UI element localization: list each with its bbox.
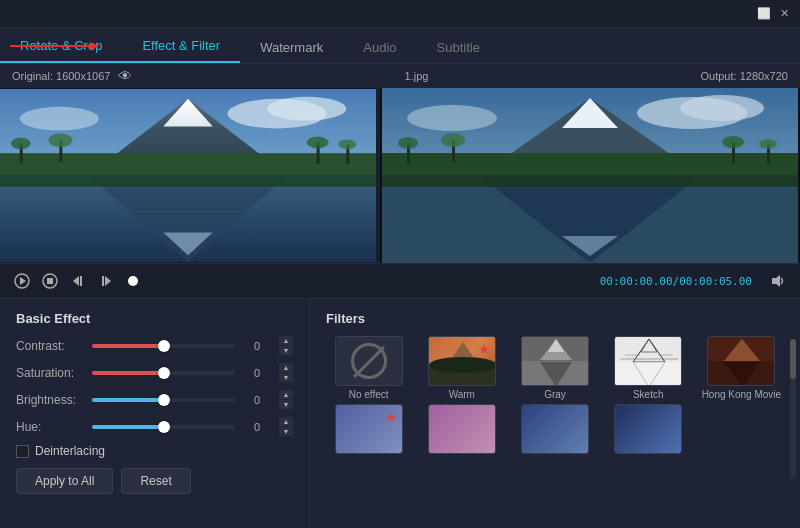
filter-hkm[interactable]: Hong Kong Movie	[699, 336, 784, 400]
hue-label: Hue:	[16, 420, 84, 434]
svg-marker-53	[772, 275, 780, 287]
saturation-spinners: ▲ ▼	[279, 363, 293, 382]
hue-value: 0	[243, 421, 271, 433]
right-filters: Filters No effect	[310, 299, 800, 528]
filter-thumb-row2a: ★	[335, 404, 403, 454]
svg-point-32	[398, 137, 418, 149]
close-button[interactable]: ✕	[776, 6, 792, 22]
filter-sketch[interactable]: Sketch	[606, 336, 691, 400]
svg-point-38	[759, 139, 777, 149]
filter-row2a[interactable]: ★	[326, 404, 411, 457]
svg-point-27	[407, 105, 497, 131]
contrast-slider[interactable]	[92, 344, 235, 348]
deinterlacing-row: Deinterlacing	[16, 444, 293, 458]
brightness-spinners: ▲ ▼	[279, 390, 293, 409]
hue-thumb[interactable]	[158, 421, 170, 433]
eye-icon[interactable]: 👁	[118, 68, 132, 84]
volume-icon[interactable]	[768, 271, 788, 291]
progress-dot[interactable]	[128, 276, 138, 286]
filter-thumb-gray	[521, 336, 589, 386]
hue-spinners: ▲ ▼	[279, 417, 293, 436]
hue-down[interactable]: ▼	[279, 427, 293, 436]
filter-thumb-no-effect	[335, 336, 403, 386]
tab-effect-filter[interactable]: Effect & Filter	[122, 30, 240, 63]
svg-rect-67	[615, 362, 682, 386]
filter-thumb-row2b	[428, 404, 496, 454]
brightness-slider[interactable]	[92, 398, 235, 402]
hue-up[interactable]: ▲	[279, 417, 293, 426]
saturation-row: Saturation: 0 ▲ ▼	[16, 363, 293, 382]
deinterlacing-label: Deinterlacing	[35, 444, 105, 458]
minimize-button[interactable]: ⬜	[756, 6, 772, 22]
saturation-slider[interactable]	[92, 371, 235, 375]
contrast-value: 0	[243, 340, 271, 352]
saturation-down[interactable]: ▼	[279, 373, 293, 382]
apply-to-all-button[interactable]: Apply to All	[16, 468, 113, 494]
brightness-down[interactable]: ▼	[279, 400, 293, 409]
filter-label-sketch: Sketch	[633, 389, 664, 400]
filter-row2c[interactable]	[512, 404, 597, 457]
tab-subtitle[interactable]: Subtitle	[417, 32, 500, 63]
brightness-value: 0	[243, 394, 271, 406]
filters-grid: No effect ★ Warm	[326, 336, 784, 457]
contrast-down[interactable]: ▼	[279, 346, 293, 355]
red-arrow	[10, 38, 100, 54]
svg-point-16	[338, 139, 356, 149]
filter-no-effect[interactable]: No effect	[326, 336, 411, 400]
filter-warm[interactable]: ★ Warm	[419, 336, 504, 400]
warm-star: ★	[478, 341, 491, 357]
brightness-up[interactable]: ▲	[279, 390, 293, 399]
filter-thumb-row2d	[614, 404, 682, 454]
svg-rect-23	[0, 175, 376, 187]
svg-rect-44	[382, 175, 798, 187]
hue-row: Hue: 0 ▲ ▼	[16, 417, 293, 436]
action-buttons: Apply to All Reset	[16, 468, 293, 494]
filter-gray[interactable]: Gray	[512, 336, 597, 400]
play-button[interactable]	[12, 271, 32, 291]
filter-label-no-effect: No effect	[349, 389, 389, 400]
saturation-up[interactable]: ▲	[279, 363, 293, 372]
bottom-panel: Basic Effect Contrast: 0 ▲ ▼ Saturation:…	[0, 299, 800, 528]
filter-row2d[interactable]	[606, 404, 691, 457]
scroll-thumb[interactable]	[790, 339, 796, 379]
brightness-thumb[interactable]	[158, 394, 170, 406]
prev-frame-button[interactable]	[68, 271, 88, 291]
svg-point-57	[429, 357, 496, 373]
svg-rect-48	[47, 278, 53, 284]
title-bar: ⬜ ✕	[0, 0, 800, 28]
preview-output	[380, 88, 800, 263]
preview-original	[0, 88, 380, 263]
brightness-row: Brightness: 0 ▲ ▼	[16, 390, 293, 409]
next-frame-button[interactable]	[96, 271, 116, 291]
saturation-thumb[interactable]	[158, 367, 170, 379]
filter-thumb-row2c	[521, 404, 589, 454]
filter-thumb-sketch	[614, 336, 682, 386]
output-resolution: Output: 1280x720	[701, 70, 788, 82]
reset-button[interactable]: Reset	[121, 468, 190, 494]
svg-point-34	[441, 133, 465, 147]
deinterlacing-checkbox[interactable]	[16, 445, 29, 458]
original-image	[0, 88, 376, 263]
tab-audio[interactable]: Audio	[343, 32, 416, 63]
svg-point-36	[722, 136, 744, 148]
contrast-spinners: ▲ ▼	[279, 336, 293, 355]
basic-effect-title: Basic Effect	[16, 311, 293, 326]
stop-button[interactable]	[40, 271, 60, 291]
filter-label-gray: Gray	[544, 389, 566, 400]
tab-watermark[interactable]: Watermark	[240, 32, 343, 63]
scrollbar[interactable]	[790, 339, 796, 479]
filters-title: Filters	[326, 311, 784, 326]
contrast-up[interactable]: ▲	[279, 336, 293, 345]
svg-rect-52	[102, 276, 104, 286]
brightness-label: Brightness:	[16, 393, 84, 407]
original-resolution: Original: 1600x1067	[12, 70, 110, 82]
time-display: 00:00:00.00/00:00:05.00	[600, 275, 752, 288]
svg-point-10	[11, 137, 31, 149]
hue-slider[interactable]	[92, 425, 235, 429]
left-controls: Basic Effect Contrast: 0 ▲ ▼ Saturation:…	[0, 299, 310, 528]
preview-area	[0, 88, 800, 263]
filter-row2b[interactable]	[419, 404, 504, 457]
contrast-thumb[interactable]	[158, 340, 170, 352]
svg-rect-30	[382, 153, 798, 175]
svg-point-5	[20, 107, 99, 131]
